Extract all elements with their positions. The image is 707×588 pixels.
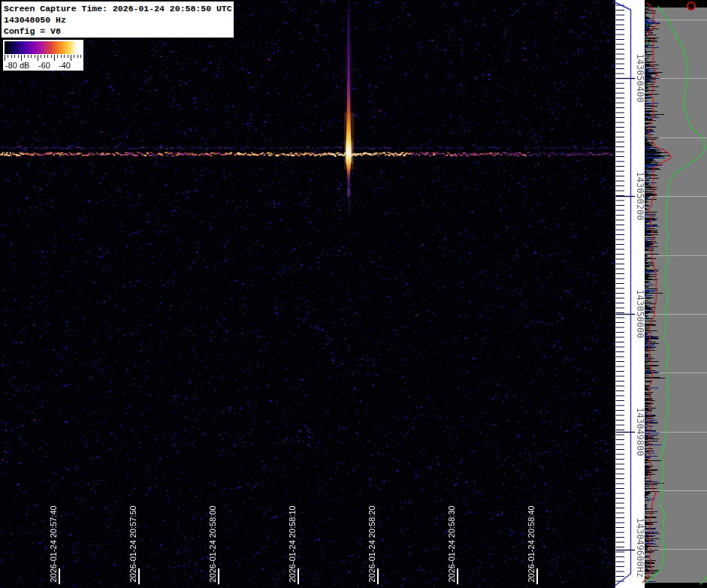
center-frequency-text: 143048050 Hz	[4, 14, 231, 26]
db-scale-major-ticks	[5, 55, 81, 61]
frequency-unit-label: Hz	[636, 565, 645, 580]
time-tick	[377, 568, 379, 584]
time-tick	[298, 568, 299, 584]
db-color-scale-legend: -80 dB -60 -40	[3, 40, 83, 71]
spectrogram-waterfall-canvas	[0, 0, 707, 588]
time-label: 2026-01-24 20:57:40	[49, 500, 59, 583]
color-gradient-bar	[5, 41, 81, 54]
db-scale-labels: -80 dB -60 -40	[3, 61, 83, 71]
time-label: 2026-01-24 20:58:10	[288, 500, 298, 583]
frequency-label: 143049600	[636, 517, 645, 568]
time-tick	[536, 568, 538, 584]
capture-time-text: Screen Capture Time: 2026-01-24 20:58:50…	[4, 3, 231, 14]
time-label: 2026-01-24 20:57:50	[128, 500, 138, 583]
speclab-screen-capture: Screen Capture Time: 2026-01-24 20:58:50…	[0, 0, 707, 588]
time-tick	[457, 568, 458, 584]
record-indicator-icon	[687, 2, 696, 11]
time-label: 2026-01-24 20:58:30	[447, 500, 457, 583]
frequency-label: 143050000	[636, 288, 645, 339]
time-label: 2026-01-24 20:58:00	[208, 500, 218, 583]
db-label-60: -60	[38, 61, 50, 70]
db-label-80: -80 dB	[5, 61, 29, 70]
db-label-40: -40	[59, 61, 71, 70]
config-text: Config = V8	[4, 26, 231, 37]
time-tick	[218, 568, 219, 584]
capture-info-box: Screen Capture Time: 2026-01-24 20:58:50…	[2, 2, 234, 38]
frequency-label: 143050400	[636, 53, 645, 104]
time-label: 2026-01-24 20:58:40	[527, 500, 536, 583]
time-label: 2026-01-24 20:58:20	[367, 500, 377, 583]
time-tick	[138, 568, 140, 584]
time-tick	[59, 568, 60, 584]
frequency-label: 143049800	[636, 406, 645, 457]
frequency-label: 143050200	[636, 170, 645, 222]
